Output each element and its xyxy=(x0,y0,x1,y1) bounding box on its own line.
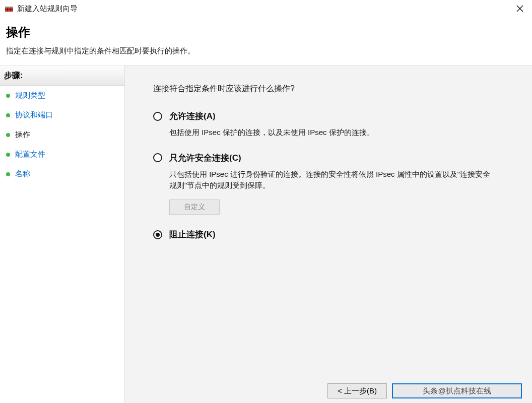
option-desc: 只包括使用 IPsec 进行身份验证的连接。连接的安全性将依照 IPsec 属性… xyxy=(169,169,492,191)
step-label: 操作 xyxy=(15,130,30,140)
option-allow-secure: 只允许安全连接(C) 只包括使用 IPsec 进行身份验证的连接。连接的安全性将… xyxy=(153,152,513,215)
titlebar: 新建入站规则向导 xyxy=(0,0,532,17)
window-title: 新建入站规则向导 xyxy=(17,4,511,14)
step-label: 协议和端口 xyxy=(15,110,53,120)
option-row[interactable]: 允许连接(A) xyxy=(153,110,513,122)
svg-rect-4 xyxy=(5,9,13,10)
option-row[interactable]: 只允许安全连接(C) xyxy=(153,152,513,164)
step-profile[interactable]: 配置文件 xyxy=(0,145,124,164)
customize-button: 自定义 xyxy=(169,199,220,215)
step-name[interactable]: 名称 xyxy=(0,164,124,184)
svg-rect-1 xyxy=(5,7,13,8)
page-subtitle: 指定在连接与规则中指定的条件相匹配时要执行的操作。 xyxy=(6,46,524,56)
wizard-footer: < 上一步(B) 头条@扒点科技在线 xyxy=(327,383,522,398)
wizard-header: 操作 指定在连接与规则中指定的条件相匹配时要执行的操作。 xyxy=(0,17,532,65)
steps-title: 步骤: xyxy=(0,65,124,86)
page-title: 操作 xyxy=(6,24,524,40)
radio-allow-secure[interactable] xyxy=(153,153,162,162)
step-bullet-icon xyxy=(6,172,10,176)
option-label: 允许连接(A) xyxy=(169,110,216,122)
option-block: 阻止连接(K) xyxy=(153,229,513,240)
next-button-watermark: 头条@扒点科技在线 xyxy=(423,386,491,396)
wizard-body: 步骤: 规则类型 协议和端口 操作 配置文件 名称 连接符合指定条件时应该进行什… xyxy=(0,65,532,403)
radio-allow[interactable] xyxy=(153,112,162,121)
close-button[interactable] xyxy=(511,2,529,16)
radio-block[interactable] xyxy=(153,230,162,239)
steps-sidebar: 步骤: 规则类型 协议和端口 操作 配置文件 名称 xyxy=(0,65,125,403)
option-label: 阻止连接(K) xyxy=(169,229,216,240)
step-rule-type[interactable]: 规则类型 xyxy=(0,86,124,105)
step-label: 配置文件 xyxy=(15,150,45,159)
step-bullet-icon xyxy=(6,94,10,98)
main-panel: 连接符合指定条件时应该进行什么操作? 允许连接(A) 包括使用 IPsec 保护… xyxy=(125,65,532,403)
action-prompt: 连接符合指定条件时应该进行什么操作? xyxy=(153,84,513,94)
option-row[interactable]: 阻止连接(K) xyxy=(153,229,513,240)
next-button[interactable]: 头条@扒点科技在线 xyxy=(392,383,522,398)
option-desc: 包括使用 IPsec 保护的连接，以及未使用 IPsec 保护的连接。 xyxy=(169,127,492,138)
step-action[interactable]: 操作 xyxy=(0,125,124,145)
step-bullet-icon xyxy=(6,133,10,137)
step-bullet-icon xyxy=(6,113,10,117)
step-bullet-icon xyxy=(6,153,10,157)
step-label: 名称 xyxy=(15,169,30,179)
firewall-icon xyxy=(5,5,13,13)
back-button[interactable]: < 上一步(B) xyxy=(327,383,387,398)
step-label: 规则类型 xyxy=(15,91,45,100)
option-allow: 允许连接(A) 包括使用 IPsec 保护的连接，以及未使用 IPsec 保护的… xyxy=(153,110,513,138)
step-protocol-port[interactable]: 协议和端口 xyxy=(0,105,124,125)
option-label: 只允许安全连接(C) xyxy=(169,152,241,164)
